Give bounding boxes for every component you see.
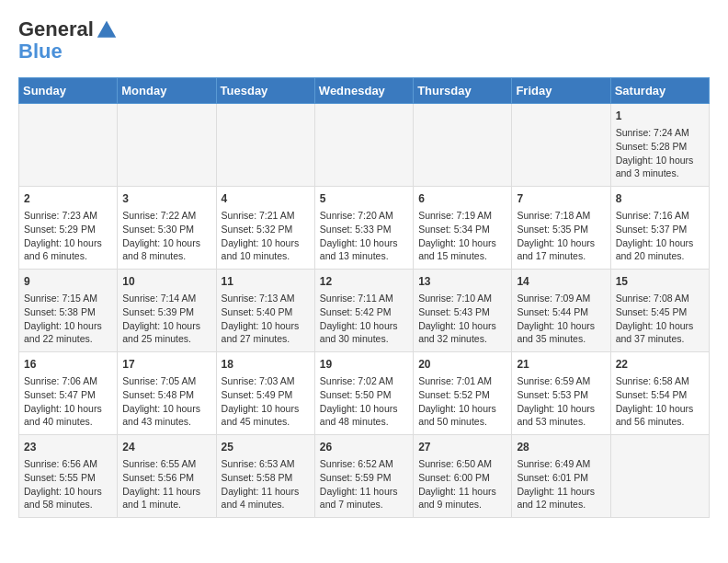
day-info-line: Daylight: 10 hours and 37 minutes. <box>616 319 704 346</box>
day-info-line: Sunset: 5:40 PM <box>222 305 310 319</box>
day-info-line: Daylight: 10 hours and 30 minutes. <box>320 319 408 346</box>
calendar-cell: 18Sunrise: 7:03 AMSunset: 5:49 PMDayligh… <box>216 352 314 435</box>
header-monday: Monday <box>118 78 216 104</box>
day-info-line: Sunrise: 6:59 AM <box>517 374 605 388</box>
calendar-cell: 21Sunrise: 6:59 AMSunset: 5:53 PMDayligh… <box>512 352 610 435</box>
day-info-line: Sunrise: 7:20 AM <box>320 209 408 223</box>
day-info-line: Sunset: 6:01 PM <box>517 471 605 485</box>
calendar-week-row: 16Sunrise: 7:06 AMSunset: 5:47 PMDayligh… <box>19 352 710 435</box>
day-info-line: Sunrise: 6:49 AM <box>517 457 605 471</box>
calendar-cell: 10Sunrise: 7:14 AMSunset: 5:39 PMDayligh… <box>118 270 216 352</box>
calendar-week-row: 9Sunrise: 7:15 AMSunset: 5:38 PMDaylight… <box>19 270 710 352</box>
calendar-cell <box>216 104 314 187</box>
day-number: 8 <box>616 191 704 207</box>
day-info-line: Daylight: 10 hours and 45 minutes. <box>222 402 310 429</box>
day-info-line: Sunrise: 7:01 AM <box>418 374 506 388</box>
day-info-line: Daylight: 10 hours and 17 minutes. <box>517 236 605 263</box>
logo-general-text: General <box>18 18 94 40</box>
day-info-line: Sunrise: 7:09 AM <box>517 292 605 305</box>
day-info-line: Daylight: 10 hours and 58 minutes. <box>24 485 112 511</box>
day-number: 10 <box>122 274 210 290</box>
day-info-line: Sunrise: 6:52 AM <box>320 457 408 471</box>
day-info-line: Daylight: 10 hours and 3 minutes. <box>616 154 704 180</box>
calendar-week-row: 1Sunrise: 7:24 AMSunset: 5:28 PMDaylight… <box>19 104 710 187</box>
day-number: 11 <box>222 274 310 290</box>
day-info-line: Sunrise: 7:13 AM <box>222 292 310 305</box>
day-info-line: Sunset: 5:58 PM <box>222 471 310 485</box>
header-wednesday: Wednesday <box>314 78 413 104</box>
calendar-cell <box>610 435 709 518</box>
calendar-cell: 2Sunrise: 7:23 AMSunset: 5:29 PMDaylight… <box>19 187 118 270</box>
day-info-line: Daylight: 10 hours and 6 minutes. <box>24 236 112 263</box>
day-info-line: Sunrise: 7:18 AM <box>517 209 605 223</box>
day-number: 3 <box>122 191 210 207</box>
day-info-line: Sunrise: 6:55 AM <box>122 457 210 471</box>
day-info-line: Sunrise: 6:50 AM <box>418 457 506 471</box>
day-number: 13 <box>418 274 506 290</box>
day-info-line: Sunset: 6:00 PM <box>418 471 506 485</box>
day-info-line: Daylight: 10 hours and 27 minutes. <box>222 319 310 346</box>
day-info-line: Sunset: 5:39 PM <box>122 305 210 319</box>
day-info-line: Sunset: 5:37 PM <box>616 223 704 236</box>
calendar-cell: 26Sunrise: 6:52 AMSunset: 5:59 PMDayligh… <box>314 435 413 518</box>
day-info-line: Daylight: 10 hours and 32 minutes. <box>418 319 506 346</box>
header-friday: Friday <box>512 78 610 104</box>
day-info-line: Sunset: 5:47 PM <box>24 388 112 402</box>
day-info-line: Sunrise: 7:23 AM <box>24 209 112 223</box>
day-number: 23 <box>24 440 112 455</box>
logo-icon <box>97 19 117 40</box>
day-info-line: Sunset: 5:43 PM <box>418 305 506 319</box>
day-info-line: Daylight: 10 hours and 43 minutes. <box>122 402 210 429</box>
calendar-cell: 6Sunrise: 7:19 AMSunset: 5:34 PMDaylight… <box>414 187 512 270</box>
calendar-cell: 20Sunrise: 7:01 AMSunset: 5:52 PMDayligh… <box>414 352 512 435</box>
calendar-table: SundayMondayTuesdayWednesdayThursdayFrid… <box>18 77 710 518</box>
day-number: 7 <box>517 191 605 207</box>
day-info-line: Daylight: 10 hours and 22 minutes. <box>24 319 112 346</box>
day-number: 20 <box>418 357 506 373</box>
day-info-line: Sunrise: 7:19 AM <box>418 209 506 223</box>
page-header: General Blue <box>18 18 710 63</box>
day-info-line: Sunset: 5:35 PM <box>517 223 605 236</box>
day-info-line: Sunrise: 7:08 AM <box>616 292 704 305</box>
calendar-cell: 12Sunrise: 7:11 AMSunset: 5:42 PMDayligh… <box>314 270 413 352</box>
day-info-line: Sunset: 5:45 PM <box>616 305 704 319</box>
day-info-line: Daylight: 11 hours and 9 minutes. <box>418 485 506 511</box>
day-info-line: Sunset: 5:38 PM <box>24 305 112 319</box>
day-number: 15 <box>616 274 704 290</box>
day-info-line: Sunset: 5:34 PM <box>418 223 506 236</box>
calendar-cell <box>512 104 610 187</box>
calendar-cell <box>19 104 118 187</box>
day-info-line: Sunrise: 7:11 AM <box>320 292 408 305</box>
day-info-line: Sunrise: 7:06 AM <box>24 374 112 388</box>
day-info-line: Daylight: 10 hours and 40 minutes. <box>24 402 112 429</box>
day-info-line: Daylight: 11 hours and 7 minutes. <box>320 485 408 511</box>
day-info-line: Sunrise: 7:15 AM <box>24 292 112 305</box>
header-thursday: Thursday <box>414 78 512 104</box>
day-info-line: Sunset: 5:49 PM <box>222 388 310 402</box>
day-info-line: Sunrise: 7:03 AM <box>222 374 310 388</box>
calendar-cell: 15Sunrise: 7:08 AMSunset: 5:45 PMDayligh… <box>610 270 709 352</box>
calendar-cell: 8Sunrise: 7:16 AMSunset: 5:37 PMDaylight… <box>610 187 709 270</box>
header-sunday: Sunday <box>19 78 118 104</box>
day-info-line: Sunset: 5:44 PM <box>517 305 605 319</box>
day-number: 5 <box>320 191 408 207</box>
calendar-cell: 9Sunrise: 7:15 AMSunset: 5:38 PMDaylight… <box>19 270 118 352</box>
day-number: 28 <box>517 440 605 455</box>
day-info-line: Sunset: 5:30 PM <box>122 223 210 236</box>
day-info-line: Sunset: 5:33 PM <box>320 223 408 236</box>
calendar-cell: 5Sunrise: 7:20 AMSunset: 5:33 PMDaylight… <box>314 187 413 270</box>
header-saturday: Saturday <box>610 78 709 104</box>
day-info-line: Daylight: 10 hours and 15 minutes. <box>418 236 506 263</box>
day-info-line: Daylight: 10 hours and 10 minutes. <box>222 236 310 263</box>
calendar-cell: 16Sunrise: 7:06 AMSunset: 5:47 PMDayligh… <box>19 352 118 435</box>
day-info-line: Sunset: 5:50 PM <box>320 388 408 402</box>
day-number: 2 <box>24 191 112 207</box>
day-info-line: Sunrise: 7:10 AM <box>418 292 506 305</box>
day-info-line: Sunset: 5:29 PM <box>24 223 112 236</box>
day-info-line: Sunset: 5:56 PM <box>122 471 210 485</box>
day-number: 12 <box>320 274 408 290</box>
day-number: 24 <box>122 440 210 455</box>
day-info-line: Daylight: 10 hours and 56 minutes. <box>616 402 704 429</box>
calendar-cell <box>314 104 413 187</box>
day-info-line: Sunrise: 7:22 AM <box>122 209 210 223</box>
